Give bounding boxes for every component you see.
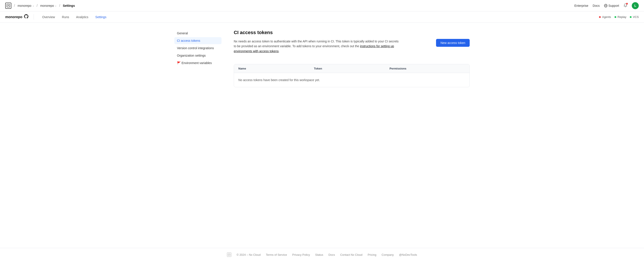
footer-twitter[interactable]: @NxDevTools <box>399 253 417 256</box>
breadcrumb-monorepo-1[interactable]: monorepo ⌄ <box>18 4 34 8</box>
table-header-permissions: Permissions <box>390 67 465 70</box>
notification-dot <box>626 3 628 5</box>
logo-icon[interactable] <box>5 3 11 9</box>
chevron-icon-2: ⌄ <box>55 4 56 7</box>
table-header: Name Token Permissions <box>234 64 470 73</box>
project-brand: monorepo <box>5 14 34 20</box>
notification-button[interactable] <box>624 3 628 8</box>
sidebar-item-general[interactable]: General <box>174 30 222 37</box>
status-dot-replay <box>614 16 616 18</box>
project-nav-right: Agents Replay VCS <box>599 15 639 19</box>
new-access-token-button[interactable]: New access token <box>436 39 470 47</box>
avatar[interactable]: L <box>632 2 639 9</box>
footer-copyright: © 2024 – Nx Cloud <box>236 253 260 256</box>
table-header-name: Name <box>238 67 314 70</box>
chevron-icon: ⌄ <box>32 4 34 7</box>
tab-analytics[interactable]: Analytics <box>73 14 91 21</box>
enterprise-link[interactable]: Enterprise <box>574 4 588 8</box>
sidebar: General CI access tokens Version control… <box>174 30 227 241</box>
top-nav-right: Enterprise Docs Support L <box>574 2 639 9</box>
footer-privacy[interactable]: Privacy Policy <box>292 253 310 256</box>
footer-status[interactable]: Status <box>315 253 323 256</box>
tab-runs[interactable]: Runs <box>59 14 72 21</box>
main-container: General CI access tokens Version control… <box>169 23 475 248</box>
tokens-table: Name Token Permissions No access tokens … <box>234 64 470 87</box>
page-title: CI access tokens <box>234 30 470 36</box>
footer-contact[interactable]: Contact Nx Cloud <box>340 253 362 256</box>
breadcrumb-sep-3: / <box>59 4 60 8</box>
breadcrumb-sep-2: / <box>37 4 38 8</box>
footer-company[interactable]: Company <box>382 253 394 256</box>
svg-rect-0 <box>7 4 10 7</box>
tab-settings[interactable]: Settings <box>92 14 110 21</box>
footer-terms[interactable]: Terms of Service <box>266 253 287 256</box>
docs-link[interactable]: Docs <box>593 4 600 8</box>
brand-name: monorepo <box>5 15 22 19</box>
globe-icon <box>604 4 608 8</box>
sidebar-item-environment-variables[interactable]: 🚩 Environment variables <box>174 60 222 67</box>
svg-rect-4 <box>228 253 230 256</box>
content-description: Nx needs an access token to authenticate… <box>234 39 400 54</box>
table-empty-message: No access tokens have been created for t… <box>234 73 470 87</box>
footer-pricing[interactable]: Pricing <box>368 253 376 256</box>
content-area: CI access tokens Nx needs an access toke… <box>227 30 470 241</box>
sidebar-item-organization-settings[interactable]: Organization settings <box>174 52 222 59</box>
sidebar-item-ci-access-tokens[interactable]: CI access tokens <box>174 37 222 44</box>
breadcrumb-monorepo-2[interactable]: monorepo ⌄ <box>40 4 56 8</box>
footer-docs[interactable]: Docs <box>328 253 335 256</box>
status-agents: Agents <box>599 15 611 19</box>
support-link[interactable]: Support <box>604 4 619 8</box>
status-vcs: VCS <box>630 15 639 19</box>
table-header-token: Token <box>314 67 390 70</box>
breadcrumb-sep-1: / <box>14 4 15 8</box>
status-dot-agents <box>599 16 601 18</box>
status-dot-vcs <box>630 16 632 18</box>
breadcrumb-settings: Settings <box>63 4 75 8</box>
sidebar-item-version-control[interactable]: Version control integrations <box>174 45 222 52</box>
footer: © 2024 – Nx Cloud Terms of Service Priva… <box>0 248 644 261</box>
top-nav: / monorepo ⌄ / monorepo ⌄ / Settings Ent… <box>0 0 644 11</box>
project-nav: monorepo Overview Runs Analytics Setting… <box>0 11 644 23</box>
tab-overview[interactable]: Overview <box>39 14 58 21</box>
content-header-row: Nx needs an access token to authenticate… <box>234 39 470 59</box>
github-icon <box>24 14 28 20</box>
footer-logo <box>227 252 231 257</box>
status-replay: Replay <box>614 15 626 19</box>
project-nav-links: Overview Runs Analytics Settings <box>39 14 599 21</box>
